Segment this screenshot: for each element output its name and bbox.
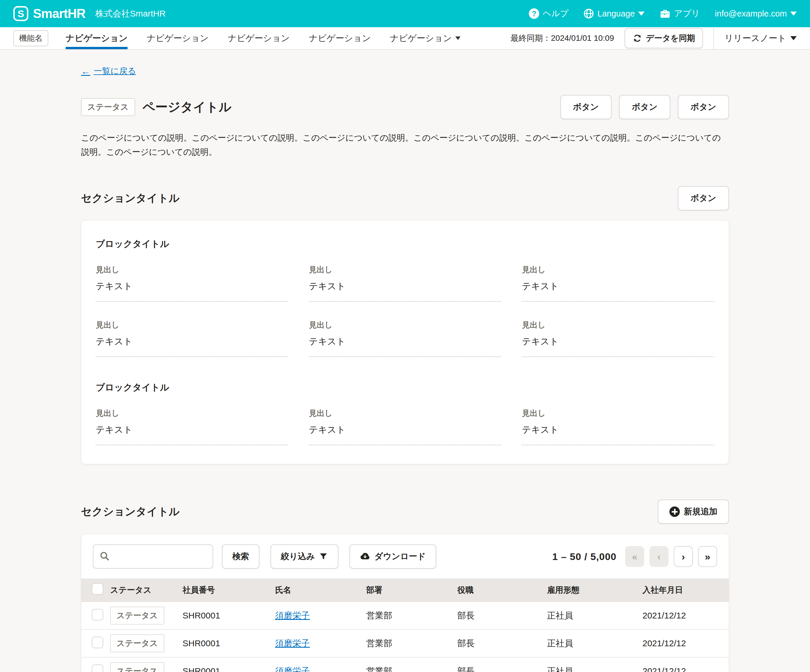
nav-divider <box>714 27 714 49</box>
add-new-button[interactable]: 新規追加 <box>658 500 729 524</box>
field: 見出し テキスト <box>522 320 714 357</box>
plus-circle-icon <box>670 507 680 517</box>
page-action-button-3[interactable]: ボタン <box>678 95 729 119</box>
field-label: 見出し <box>96 408 288 419</box>
smarthr-logo-icon: S <box>13 6 29 21</box>
table-row: ステータス SHR0001 須磨栄子 営業部 部長 正社員 2021/12/12 <box>81 657 729 672</box>
search-icon <box>99 551 110 561</box>
back-link-label: 一覧に戻る <box>94 66 136 77</box>
sync-data-label: データを同期 <box>646 33 695 44</box>
employee-name-link[interactable]: 須磨栄子 <box>275 666 310 672</box>
field: 見出し テキスト <box>96 265 288 302</box>
language-menu[interactable]: Language <box>584 8 645 19</box>
section2-title: セクションタイトル <box>81 505 180 519</box>
employee-name-link[interactable]: 須磨栄子 <box>275 611 310 620</box>
page-status-badge: ステータス <box>81 98 135 116</box>
account-email: info@example.com <box>715 9 787 19</box>
job-title: 部長 <box>453 657 542 672</box>
nav-tab-5-label: ナビゲーション <box>390 32 452 44</box>
page-action-button-1[interactable]: ボタン <box>560 95 612 119</box>
field: 見出し テキスト <box>309 320 501 357</box>
account-menu[interactable]: info@example.com <box>715 9 797 19</box>
info-card: ブロックタイトル 見出し テキスト 見出し テキスト 見出し テキスト 見出し … <box>81 220 729 464</box>
field: 見出し テキスト <box>96 408 288 446</box>
back-to-list-link[interactable]: ← 一覧に戻る <box>81 66 136 77</box>
sync-data-button[interactable]: データを同期 <box>624 28 703 48</box>
field-value: テキスト <box>522 280 714 302</box>
globe-icon <box>584 8 594 19</box>
field-value: テキスト <box>96 424 288 446</box>
employee-table: ステータス 社員番号 氏名 部署 役職 雇用形態 入社年月日 ステータス SHR… <box>81 579 729 672</box>
briefcase-icon <box>660 8 670 19</box>
page-action-button-2[interactable]: ボタン <box>619 95 670 119</box>
field: 見出し テキスト <box>309 408 501 446</box>
last-sync-timestamp: 最終同期：2024/01/01 10:09 <box>511 33 614 44</box>
column-header-employment-type: 雇用形態 <box>542 579 638 602</box>
table-row: ステータス SHR0001 須磨栄子 営業部 部長 正社員 2021/12/12 <box>81 630 729 657</box>
feature-name-badge: 機能名 <box>13 30 48 46</box>
hire-date: 2021/12/12 <box>638 630 729 657</box>
filter-button[interactable]: 絞り込み <box>270 544 339 569</box>
smarthr-logo[interactable]: S SmartHR <box>13 6 85 21</box>
employee-name-link[interactable]: 須磨栄子 <box>275 638 310 648</box>
nav-tab-5[interactable]: ナビゲーション <box>390 27 461 49</box>
back-arrow-icon: ← <box>81 66 90 77</box>
hire-date: 2021/12/12 <box>638 657 729 672</box>
search-input[interactable] <box>93 544 213 569</box>
select-all-checkbox[interactable] <box>92 583 103 595</box>
employment-type: 正社員 <box>542 630 638 657</box>
field: 見出し テキスト <box>522 408 714 446</box>
department: 営業部 <box>362 602 453 630</box>
field-label: 見出し <box>96 320 288 330</box>
pagination-prev-button[interactable]: ‹ <box>650 546 668 567</box>
field-value: テキスト <box>309 335 501 357</box>
column-header-title: 役職 <box>453 579 542 602</box>
nav-tab-2[interactable]: ナビゲーション <box>147 27 209 49</box>
status-badge: ステータス <box>110 662 164 672</box>
field-label: 見出し <box>522 320 714 330</box>
nav-tab-1[interactable]: ナビゲーション <box>66 27 128 49</box>
table-row: ステータス SHR0001 須磨栄子 営業部 部長 正社員 2021/12/12 <box>81 602 729 630</box>
app-header: S SmartHR 株式会社SmartHR ? ヘルプ Language アプリ… <box>0 0 810 27</box>
global-nav: 機能名 ナビゲーション ナビゲーション ナビゲーション ナビゲーション ナビゲー… <box>0 27 810 50</box>
field-value: テキスト <box>522 424 714 446</box>
chevron-down-icon <box>638 12 645 16</box>
section1-button[interactable]: ボタン <box>678 186 729 210</box>
field-label: 見出し <box>96 265 288 275</box>
employee-number: SHR0001 <box>178 630 270 657</box>
language-label: Language <box>597 9 635 19</box>
search-button[interactable]: 検索 <box>222 544 260 569</box>
filter-label: 絞り込み <box>281 551 315 562</box>
pagination-range: 1 – 50 / 5,000 <box>552 551 616 562</box>
help-menu[interactable]: ? ヘルプ <box>529 8 569 19</box>
job-title: 部長 <box>453 602 542 630</box>
hire-date: 2021/12/12 <box>638 602 729 630</box>
row-checkbox[interactable] <box>92 664 103 672</box>
download-button[interactable]: ダウンロード <box>349 544 436 569</box>
apps-menu[interactable]: アプリ <box>660 8 700 19</box>
nav-tab-3[interactable]: ナビゲーション <box>228 27 290 49</box>
column-header-employee-number: 社員番号 <box>178 579 270 602</box>
row-checkbox[interactable] <box>92 637 103 648</box>
field: 見出し テキスト <box>522 265 714 302</box>
add-new-label: 新規追加 <box>684 506 717 517</box>
column-header-name: 氏名 <box>270 579 362 602</box>
release-notes-menu[interactable]: リリースノート <box>724 32 797 44</box>
pagination-first-button[interactable]: « <box>625 546 644 567</box>
section1-title: セクションタイトル <box>81 191 180 206</box>
column-header-department: 部署 <box>362 579 453 602</box>
company-name: 株式会社SmartHR <box>95 8 165 20</box>
chevron-down-icon <box>790 12 797 16</box>
chevron-down-icon <box>455 37 461 40</box>
status-badge: ステータス <box>110 606 164 625</box>
field-value: テキスト <box>522 335 714 357</box>
row-checkbox[interactable] <box>92 609 103 620</box>
pagination-next-button[interactable]: › <box>674 546 693 567</box>
employee-number: SHR0001 <box>178 602 270 630</box>
pagination-last-button[interactable]: » <box>698 546 717 567</box>
nav-tab-4[interactable]: ナビゲーション <box>309 27 371 49</box>
download-label: ダウンロード <box>374 551 425 562</box>
employee-table-card: 検索 絞り込み ダウンロード 1 – 50 / 5,000 « ‹ <box>81 534 729 672</box>
field-label: 見出し <box>522 408 714 419</box>
field-value: テキスト <box>309 280 501 302</box>
